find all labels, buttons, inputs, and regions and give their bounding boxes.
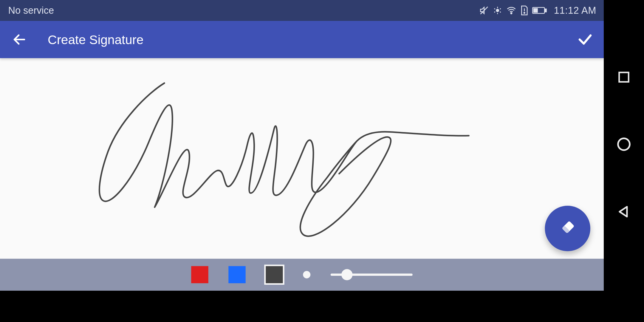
android-nav-bar — [604, 0, 644, 291]
signature-canvas[interactable] — [0, 58, 604, 259]
svg-point-1 — [496, 9, 499, 12]
app-bar: Create Signature — [0, 21, 604, 58]
status-icons-tray: 11:12 AM — [479, 5, 596, 16]
erase-fab[interactable] — [545, 206, 591, 251]
wifi-icon — [506, 6, 517, 16]
signature-stroke — [0, 58, 604, 259]
back-button[interactable] — [12, 32, 27, 47]
clock-label: 11:12 AM — [554, 5, 596, 16]
carrier-label: No service — [8, 5, 479, 16]
pen-toolbar — [0, 259, 604, 291]
battery-icon — [532, 6, 547, 15]
svg-rect-11 — [619, 72, 629, 82]
color-swatch-red[interactable] — [191, 266, 208, 284]
nav-home-button[interactable] — [616, 137, 632, 154]
nav-recent-button[interactable] — [617, 70, 631, 86]
slider-thumb[interactable] — [341, 269, 353, 281]
page-title: Create Signature — [48, 32, 143, 47]
color-swatch-black[interactable] — [266, 266, 283, 284]
eye-icon — [493, 6, 503, 16]
svg-point-2 — [511, 13, 512, 14]
svg-rect-6 — [545, 9, 547, 12]
svg-point-4 — [524, 12, 525, 13]
svg-point-12 — [618, 138, 630, 150]
triangle-left-icon — [617, 204, 631, 219]
nav-back-button[interactable] — [617, 204, 631, 221]
android-status-bar: No service — [0, 0, 604, 21]
color-swatch-blue[interactable] — [228, 266, 246, 284]
square-icon — [617, 70, 631, 84]
mute-icon — [479, 6, 489, 16]
thickness-preview-dot — [303, 271, 310, 278]
svg-rect-7 — [533, 8, 538, 13]
eraser-icon — [559, 219, 577, 238]
thickness-slider[interactable] — [331, 274, 413, 276]
circle-icon — [616, 137, 632, 152]
sim-alert-icon — [520, 5, 529, 16]
confirm-button[interactable] — [577, 31, 593, 48]
